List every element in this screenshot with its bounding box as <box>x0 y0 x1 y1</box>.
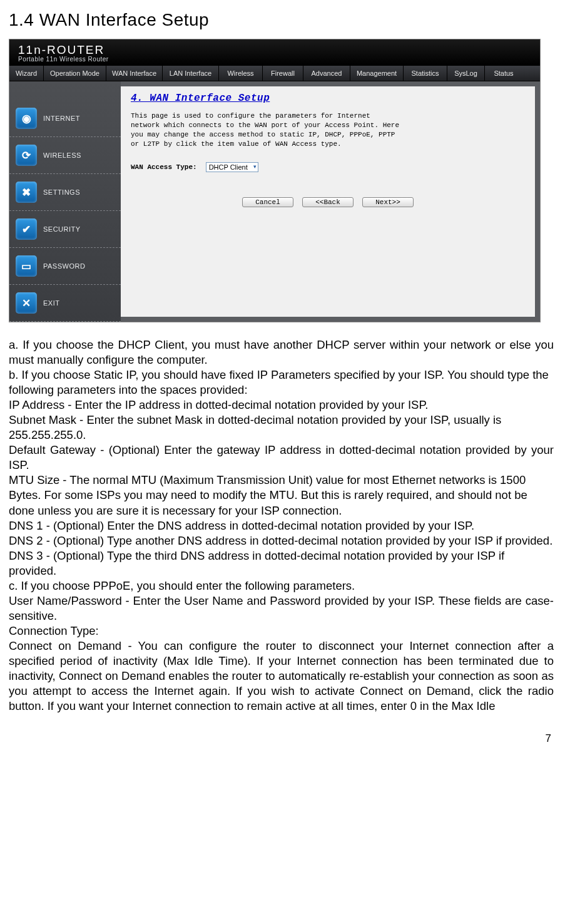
wizard-step-description: This page is used to configure the param… <box>131 111 400 148</box>
tab-wizard[interactable]: Wizard <box>9 66 44 81</box>
sidebar-item-security[interactable]: ✔SECURITY <box>9 211 121 248</box>
settings-icon: ✖ <box>16 182 37 203</box>
wizard-step-heading: 4. WAN Interface Setup <box>131 93 525 104</box>
page-number: 7 <box>6 732 551 745</box>
wan-access-type-value: DHCP Client <box>209 163 248 171</box>
security-icon: ✔ <box>16 218 37 240</box>
sidebar-item-internet[interactable]: ◉INTERNET <box>9 100 121 137</box>
sidebar-item-label: SETTINGS <box>43 188 80 196</box>
wan-access-type-row: WAN Access Type: DHCP Client ▾ <box>131 162 525 172</box>
internet-icon: ◉ <box>16 108 37 129</box>
paragraph-b: b. If you choose Static IP, you should h… <box>9 367 554 398</box>
wizard-button-row: Cancel <<Back Next>> <box>131 197 525 207</box>
sidebar-item-wireless[interactable]: ⟳WIRELESS <box>9 137 121 174</box>
wan-access-type-label: WAN Access Type: <box>131 163 197 171</box>
tab-lan-interface[interactable]: LAN Interface <box>163 66 219 81</box>
next-button[interactable]: Next>> <box>362 197 414 207</box>
sidebar-item-label: SECURITY <box>43 225 81 233</box>
chevron-down-icon: ▾ <box>253 163 257 170</box>
tab-firewall[interactable]: Firewall <box>263 66 303 81</box>
cancel-button[interactable]: Cancel <box>242 197 293 207</box>
paragraph-subnet: Subnet Mask - Enter the subnet Mask in d… <box>9 413 554 443</box>
router-logo: 11n-ROUTER Portable 11n Wireless Router <box>18 43 531 63</box>
sidebar-item-label: EXIT <box>43 299 59 307</box>
sidebar-item-exit[interactable]: ✕EXIT <box>9 285 121 322</box>
sidebar: ◉INTERNET⟳WIRELESS✖SETTINGS✔SECURITY▭PAS… <box>9 81 121 322</box>
tab-operation-mode[interactable]: Operation Mode <box>44 66 106 81</box>
tab-status[interactable]: Status <box>485 66 522 81</box>
tab-syslog[interactable]: SysLog <box>447 66 485 81</box>
sidebar-item-settings[interactable]: ✖SETTINGS <box>9 174 121 211</box>
sidebar-item-label: WIRELESS <box>43 151 81 159</box>
section-heading: 1.4 WAN Interface Setup <box>9 10 556 30</box>
tab-wan-interface[interactable]: WAN Interface <box>106 66 163 81</box>
paragraph-demand: Connect on Demand - You can configure th… <box>9 639 554 714</box>
paragraph-a: a. If you choose the DHCP Client, you mu… <box>9 337 554 367</box>
sidebar-item-label: INTERNET <box>43 115 80 122</box>
wireless-icon: ⟳ <box>16 145 37 166</box>
paragraph-dns2: DNS 2 - (Optional) Type another DNS addr… <box>9 533 554 548</box>
wan-access-type-select[interactable]: DHCP Client ▾ <box>206 162 258 172</box>
router-header: 11n-ROUTER Portable 11n Wireless Router <box>9 39 540 65</box>
paragraph-mtu: MTU Size - The normal MTU (Maximum Trans… <box>9 473 554 518</box>
paragraph-ip: IP Address - Enter the IP address in dot… <box>9 398 554 413</box>
paragraph-gateway: Default Gateway - (Optional) Enter the g… <box>9 443 554 473</box>
logo-subtitle: Portable 11n Wireless Router <box>18 56 531 63</box>
paragraph-c: c. If you choose PPPoE, you should enter… <box>9 578 554 593</box>
back-button[interactable]: <<Back <box>302 197 354 207</box>
paragraph-user: User Name/Password - Enter the User Name… <box>9 593 554 624</box>
paragraph-dns3: DNS 3 - (Optional) Type the third DNS ad… <box>9 548 554 578</box>
router-body: ◉INTERNET⟳WIRELESS✖SETTINGS✔SECURITY▭PAS… <box>9 81 540 322</box>
tab-management[interactable]: Management <box>350 66 404 81</box>
sidebar-item-label: PASSWORD <box>43 262 85 270</box>
sidebar-item-password[interactable]: ▭PASSWORD <box>9 248 121 285</box>
tab-statistics[interactable]: Statistics <box>404 66 447 81</box>
document-body-text: a. If you choose the DHCP Client, you mu… <box>9 337 554 714</box>
exit-icon: ✕ <box>16 292 37 314</box>
paragraph-dns1: DNS 1 - (Optional) Enter the DNS address… <box>9 518 554 533</box>
paragraph-conntype: Connection Type: <box>9 624 554 639</box>
tab-advanced[interactable]: Advanced <box>303 66 350 81</box>
logo-main: 11n-ROUTER <box>18 43 531 57</box>
password-icon: ▭ <box>16 255 37 277</box>
tab-wireless[interactable]: Wireless <box>219 66 263 81</box>
wizard-content-pane: 4. WAN Interface Setup This page is used… <box>121 86 535 317</box>
top-tab-bar: WizardOperation ModeWAN InterfaceLAN Int… <box>9 65 540 81</box>
router-ui-screenshot: 11n-ROUTER Portable 11n Wireless Router … <box>9 39 541 322</box>
